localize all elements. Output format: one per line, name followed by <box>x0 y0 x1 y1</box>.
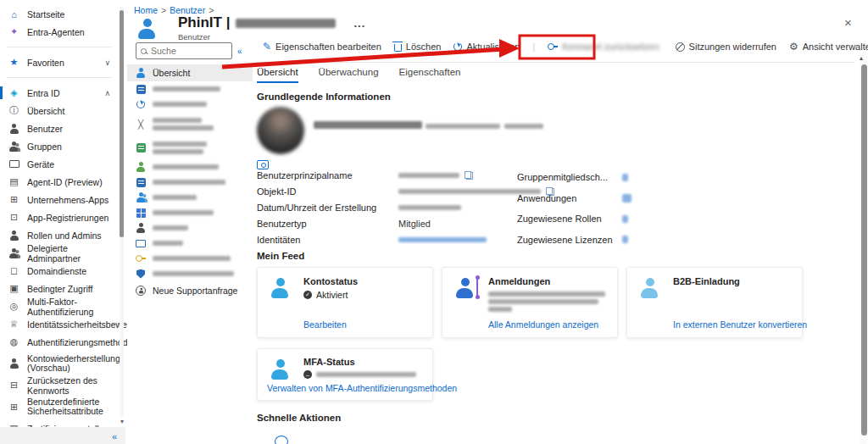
redacted-text <box>488 291 605 297</box>
edit-properties-button[interactable]: ✎Eigenschaften bearbeiten <box>263 41 381 53</box>
user-type-value: Mitglied <box>398 219 431 229</box>
blade-item-uebersicht[interactable]: Übersicht <box>127 64 253 81</box>
redacted-text <box>153 180 225 185</box>
sidebar-scroll-down-icon[interactable]: ▾ <box>120 418 124 425</box>
sidebar-item-gruppen[interactable]: Gruppen <box>0 137 119 155</box>
command-bar: ✎Eigenschaften bearbeiten Löschen Aktual… <box>263 41 868 53</box>
blade-item-redacted-9[interactable] <box>127 220 253 236</box>
troubleshoot-icon: ╳ <box>136 119 146 129</box>
all-signins-link[interactable]: Alle Anmeldungen anzeigen <box>488 319 598 330</box>
sidebar-scrollbar-thumb[interactable] <box>120 10 124 237</box>
blade-item-redacted-5[interactable] <box>127 159 253 175</box>
blade-item-redacted-11[interactable] <box>127 251 253 266</box>
manage-view-button[interactable]: ⚙Ansicht verwalten <box>789 41 868 53</box>
blade-item-redacted-6[interactable] <box>127 175 253 190</box>
delete-button[interactable]: Löschen <box>394 42 442 52</box>
account-status: ✓Aktiviert <box>303 290 429 300</box>
roles-icon <box>8 230 19 241</box>
content-scrollbar-thumb[interactable] <box>861 64 867 436</box>
card-kontostatus: Kontostatus ✓Aktiviert Bearbeiten <box>257 267 433 338</box>
sidebar-item-sicherheitsbewertung[interactable]: ♕Identitätssicherheitsbewertung <box>0 315 119 333</box>
sidebar-item-app-registrierungen[interactable]: ⊡App-Registrierungen <box>0 208 119 226</box>
redacted-text <box>153 142 207 147</box>
tab-uebersicht[interactable]: Übersicht <box>257 67 298 83</box>
block-icon <box>676 42 685 52</box>
blade-item-redacted-2[interactable] <box>127 97 253 112</box>
trash-icon <box>394 44 402 52</box>
card-anmeldungen: Anmeldungen Alle Anmeldungen anzeigen <box>442 267 618 338</box>
feed-cards: Kontostatus ✓Aktiviert Bearbeiten Anmeld… <box>257 267 803 338</box>
sidebar-item-domaindienste[interactable]: ◻Domaindienste <box>0 262 119 280</box>
sidebar-item-favoriten[interactable]: ★Favoriten∨ <box>0 53 119 71</box>
blade-menu-collapse-icon[interactable]: « <box>237 47 242 56</box>
sidebar-item-bedingter-zugriff[interactable]: ▣Bedingter Zugriff <box>0 280 119 297</box>
search-input[interactable] <box>151 46 219 56</box>
user-blade-menu: « Übersicht ╳ Neue Supportanfrage <box>127 41 253 439</box>
blade-item-redacted-4[interactable] <box>127 136 253 159</box>
redacted-count[interactable] <box>622 215 628 223</box>
manage-mfa-link[interactable]: Verwalten von MFA-Authentifizierungsmeth… <box>267 383 457 393</box>
sidebar-collapse-button[interactable]: « <box>112 431 117 441</box>
redacted-count[interactable] <box>622 174 628 181</box>
redacted-text <box>153 125 214 130</box>
quick-actions-title: Schnelle Aktionen <box>257 413 341 423</box>
blade-item-neue-supportanfrage[interactable]: Neue Supportanfrage <box>127 283 253 298</box>
redacted-text <box>426 124 500 129</box>
sidebar-item-agent-id[interactable]: ▤Agent-ID (Preview) <box>0 173 119 191</box>
reset-password-button[interactable]: Kennwort zurücksetzen <box>548 42 659 52</box>
sidebar-item-kennwort-zuruecksetzen[interactable]: ⊟Zurücksetzen des Kennworts <box>0 376 119 394</box>
sidebar-item-entra-id[interactable]: ◈Entra ID∧ <box>0 84 119 102</box>
redacted-value <box>398 205 461 210</box>
blade-item-redacted-12[interactable] <box>127 266 253 281</box>
key-icon <box>548 42 558 52</box>
sidebar-item-geraete[interactable]: Geräte <box>0 155 119 173</box>
sidebar-scrollbar[interactable] <box>120 7 124 417</box>
scroll-up-icon[interactable]: ▴ <box>860 54 863 62</box>
page-title: PhinIT | <box>178 14 230 31</box>
summary-fields: Gruppenmitgliedsch... Anwendungen Zugewi… <box>517 167 670 250</box>
sidebar-item-entra-agenten[interactable]: ✦Entra-Agenten <box>0 23 119 41</box>
copy-icon[interactable] <box>465 171 473 180</box>
redacted-count[interactable] <box>622 236 628 243</box>
blade-item-redacted-10[interactable] <box>127 236 253 251</box>
sidebar-item-benutzer[interactable]: Benutzer <box>0 119 119 137</box>
blade-item-redacted-3[interactable]: ╳ <box>127 112 253 136</box>
sidebar-item-authentifizierungsmethoden[interactable]: ◍Authentifizierungsmethoden <box>0 333 119 351</box>
blade-item-redacted-7[interactable] <box>127 190 253 205</box>
groups-icon <box>136 192 146 203</box>
card-person-icon <box>267 361 292 371</box>
quick-action-partial-icon <box>275 436 288 444</box>
redacted-value <box>398 173 459 178</box>
sidebar-item-mfa[interactable]: ◎Multi-Faktor-Authentifizierung <box>0 297 119 315</box>
sidebar-item-delegierte-adminpartner[interactable]: Delegierte Adminpartner <box>0 244 119 262</box>
refresh-button[interactable]: Aktualisieren <box>453 42 520 52</box>
entra-id-icon: ◈ <box>8 87 19 98</box>
revoke-sessions-button[interactable]: Sitzungen widerrufen <box>676 42 776 52</box>
edit-link[interactable]: Bearbeiten <box>303 319 347 330</box>
signin-log-icon <box>136 100 146 108</box>
sidebar-item-unternehmens-apps[interactable]: ⊞Unternehmens-Apps <box>0 191 119 208</box>
redacted-count[interactable] <box>622 194 632 203</box>
search-icon <box>141 48 147 54</box>
sidebar-item-kontowiederherstellung[interactable]: Kontowiederherstellung (Vorschau) <box>0 351 119 376</box>
sidebar-item-sicherheitsattribute[interactable]: ⊞Benutzerdefinierte Sicherheitsattribute <box>0 394 119 419</box>
sidebar-item-rollen-admins[interactable]: Rollen und Admins <box>0 226 119 244</box>
field-label: Objekt-ID <box>257 186 398 197</box>
tab-eigenschaften[interactable]: Eigenschaften <box>399 67 461 83</box>
card-title: B2B-Einladung <box>673 276 798 286</box>
conditional-access-icon: ▣ <box>8 283 19 294</box>
green-square-icon <box>136 143 146 153</box>
main-sidebar: ⌂Startseite ✦Entra-Agenten ★Favoriten∨ ◈… <box>0 0 125 444</box>
blade-item-redacted-8[interactable] <box>127 205 253 220</box>
sidebar-item-startseite[interactable]: ⌂Startseite <box>0 5 119 23</box>
redacted-text <box>153 225 188 230</box>
blade-item-redacted-1[interactable] <box>127 81 253 97</box>
tab-ueberwachung[interactable]: Überwachung <box>319 67 379 83</box>
sidebar-item-uebersicht[interactable]: ⓘÜbersicht <box>0 102 119 119</box>
card-person-icon <box>267 280 292 290</box>
convert-external-link[interactable]: In externen Benutzer konvertieren <box>673 319 807 330</box>
redacted-link[interactable] <box>398 237 487 242</box>
redacted-text <box>153 195 197 200</box>
redacted-user-details <box>314 117 543 132</box>
blade-search-box[interactable] <box>136 42 232 59</box>
